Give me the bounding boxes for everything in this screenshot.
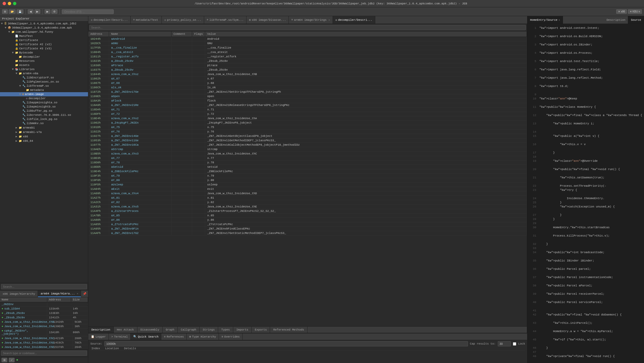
hierarchy-btn-square[interactable]: ⊞ [2,358,7,362]
tree-item-libraries[interactable]: ▼ 📚 Libraries [0,67,88,71]
code-line[interactable]: 10 "kw">class="ann">@Keep [528,97,643,105]
code-line[interactable]: 36 "kw">public Parcel parcel; [528,267,643,275]
hierarchy-row[interactable]: ●cpkg(_JNIEnv*, _jobject*) 13A10h 800h [0,329,88,336]
hierarchy-panel-pin[interactable]: 📌 [81,291,88,297]
table-row[interactable]: 11977h a_ZN7_JNIEnv16Ca _ZN7_JNIEnv16Cal… [88,143,527,147]
sub-tab-disasm[interactable]: Disassembly [137,327,163,333]
hierarchy-tab-close-icon[interactable]: ✕ [77,292,78,295]
sub-tab-callgraph[interactable]: Callgraph [178,327,199,333]
table-row[interactable]: 11830h aPtrace ptrace [88,63,527,68]
table-row[interactable]: 119FDh aUsleep usleep [88,183,527,187]
code-line[interactable]: 40 "kw">public Parcel serviceParcel; [528,300,643,308]
tab-x86-hierarchy[interactable]: x86 image/Hierarchy [0,291,38,297]
table-row[interactable]: 11867h aY_68 y.68 [88,81,527,85]
hierarchy-row[interactable]: ●Java_com_w_thsz_InsideUse_thC 14210h 28… [0,336,88,341]
sub-tab-imports[interactable]: Imports [233,327,252,333]
table-row[interactable]: 11844h aJava_com_w_thsz Java_com_w_thsz_… [88,72,527,77]
code-line[interactable]: 18 [528,155,643,159]
code-line[interactable]: 33 [528,246,643,250]
hierarchy-green-dot[interactable]: ● [16,358,18,362]
code-line[interactable]: 7 "kw">import java.lang.reflect.Method; [528,76,643,84]
source-input[interactable] [104,341,468,346]
sub-tab-refmethods[interactable]: Referenced Methods [270,327,307,333]
minimize-button[interactable] [8,2,11,5]
bottom-tab-references[interactable]: ≡ References [161,333,187,340]
code-line[interactable]: 22 Process.setThreadPriority(- [528,184,643,188]
close-strings-icon[interactable]: ✕ [328,18,330,22]
bottom-tab-logger[interactable]: 📋 Logger [88,333,109,340]
tree-item-decomp2[interactable]: ◇ decompiler [0,96,88,100]
editor-tab-decompiler1[interactable]: ◇ decompiler/Descri... [88,16,131,24]
code-line[interactable]: 8 "kw">import t6.d; [528,84,643,92]
toolbar-back[interactable]: ◀ [28,9,33,14]
hierarchy-row[interactable]: ●Java_com_w_thsz_InsideUse_thA 139E0h 30… [0,324,88,329]
editor-tab-decompiler2[interactable]: ◇ decompiler/Descri... [333,16,375,24]
tree-item-apk[interactable]: ▼ 📦 360Wallpaper_1.0.4_apkcombo.com.apk [0,26,88,30]
tree-item-libencryptor[interactable]: 🔧 libEncryptorP.so [0,76,88,80]
code-line[interactable]: 20 "kw">public "kw">final "kw">void run(… [528,167,643,176]
code-line[interactable]: 19 "kw">class="ann">@Override [528,159,643,167]
toolbar-new[interactable]: ⊞ [2,9,8,14]
tree-item-bytecode[interactable]: ▼ 📁 Bytecode [0,51,88,55]
table-row[interactable]: 11823h a_Z8sub_25c8v _Z8sub_25c8v [88,59,527,63]
table-row[interactable]: 11922h aY_76 y.76 [88,130,527,134]
table-row[interactable]: 10244h aAndroid Android [88,37,527,41]
table-row[interactable]: 11902h a_Z4cpkgP7_JNIEn _Z4cpkgP7_JNIEnv… [88,121,527,125]
table-row[interactable]: 11A04h aExit exit [88,187,527,191]
table-row[interactable]: 11A95h a_ZN7_JNIEnv9Fin _ZN7_JNIEnv9Find… [88,227,527,231]
tree-item-armeabiv7a[interactable]: ▶ 📁 armeabi-v7a [0,130,88,134]
right-desc-tab-description[interactable]: Description [604,16,628,24]
tree-item-metadata[interactable]: 📁 metadata [0,88,88,92]
right-tab-close-icon[interactable]: ✕ [559,18,560,22]
table-row[interactable]: 11A27h aX_81 x.81 [88,196,527,200]
editor-tab-arm64strings[interactable]: ≡ arm64 image/Strings ✕ [289,16,333,24]
bottom-tab-quicksearch[interactable]: 🔍 Quick Search [131,333,161,340]
bottom-tab-overrides[interactable]: ≡ Overrides [219,333,243,340]
table-row[interactable]: 11A7Bh aX_85 x.85 [88,213,527,218]
table-row[interactable]: 118E4h aJava_com_w_ths2 Java_com_w_thsz_… [88,116,527,121]
table-row[interactable]: 119AEh aStrcmp strcmp [88,147,527,152]
code-line[interactable]: 41 [528,308,643,313]
tree-item-cert2[interactable]: 🔒 Certificate #2 (v2) [0,42,88,46]
code-line[interactable]: 47 [528,350,643,354]
table-row[interactable]: 118A3h aFlock flock [88,99,527,103]
cap-input[interactable] [498,341,511,346]
sub-tab-strings[interactable]: Strings [200,327,218,333]
tree-item-libmmkv[interactable]: 🔧 libmmkv.so [0,121,88,125]
right-tab-homeentry[interactable]: HomeEntry/Source ✕ [527,16,563,24]
code-line[interactable]: 24 InsideUse.thHomeEntry. [528,196,643,200]
code-line[interactable]: 26 "kw">catch(Exception unused_m) { [528,205,643,213]
tree-item-libthreewp[interactable]: ▼ 🔧 libThreeWP.so [0,84,88,88]
tree-item-cert3[interactable]: 🔒 Certificate #3 (v3) [0,46,88,51]
code-line[interactable]: 17 } [528,151,643,155]
close-button[interactable] [3,2,6,5]
toolbar-debug[interactable]: ⚙ [51,9,57,14]
code-line[interactable]: 35 "kw">public IBinder iBinder; [528,259,643,267]
tree-item-armeabi[interactable]: ▶ 📁 armeabi [0,125,88,130]
sub-tab-hex[interactable]: Hex Attack [114,327,137,333]
tree-item-libappm[interactable]: 🔧 libappminsighta.so [0,100,88,105]
table-row[interactable]: 119F3h aX_79 x.79 [88,174,527,178]
table-row[interactable]: 11A2Ch aY_82 y.82 [88,200,527,205]
code-line[interactable]: 4 "kw">import android.os.Process; [528,51,643,59]
code-line[interactable]: 30 HomeEntry."kw">this.startBroadcas [528,225,643,234]
table-row[interactable]: 11A31h aJava_com_w_ths5 Java_com_w_thsz_… [88,205,527,209]
tree-item-libfile[interactable]: 🔧 libfile_lock_pg.so [0,117,88,121]
hierarchy-row[interactable]: ●sub_133A4 133A4h 14h [0,307,88,311]
sub-tab-description[interactable]: Description [88,327,114,333]
code-line[interactable]: 42 "kw">public "kw">final "kw">void doDa… [528,313,643,321]
code-line[interactable]: 2 "kw">import android.os.Build.VERSION; [528,34,643,43]
table-row[interactable]: 1189Eh aOpen open [88,94,527,99]
code-line[interactable]: 31 Process.killProcess("kw">this.v); [528,234,643,242]
sub-tab-graph[interactable]: Graph [163,327,178,333]
toolbar-x86-btn[interactable]: ✕ x86 [616,9,627,14]
lock-checkbox[interactable] [513,342,516,346]
code-line[interactable]: 21 "kw">this.setDaemon(true); [528,176,643,184]
tree-item-db[interactable]: ▼ 🗄 360Wallpaper_1.0.4_apkcombo.com.apk.… [0,22,88,26]
tree-item-assets[interactable]: 📁 Assets [0,63,88,67]
hierarchy-row[interactable]: ●_Z8sub_25c9v 1341Ch 4h [0,315,88,320]
editor-tab-metadata[interactable]: ≡ metadata/Text [131,16,162,24]
tree-item-resources[interactable]: 📁 Resources [0,59,88,63]
table-row[interactable]: 1186Ch als_ok ls_ok [88,85,527,90]
code-line[interactable]: 29 [528,221,643,225]
